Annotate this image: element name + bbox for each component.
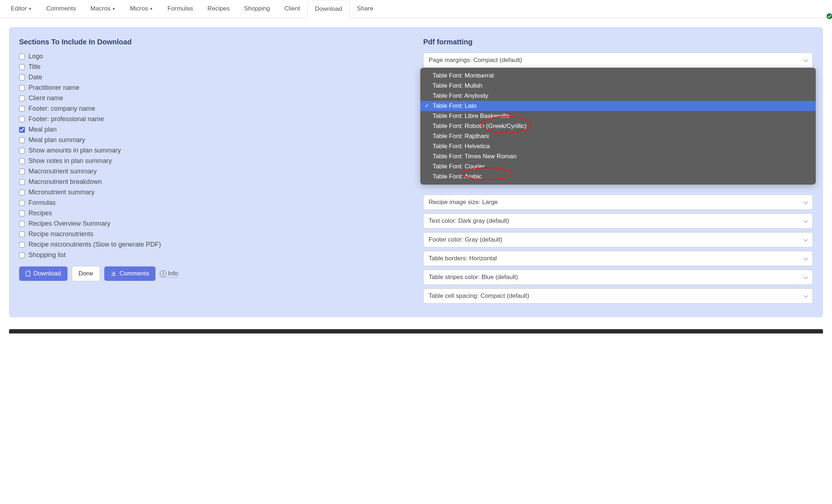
tab-micros[interactable]: Micros▼ <box>123 0 160 18</box>
checkbox-row: Footer: company name <box>19 105 409 112</box>
status-ok-icon <box>826 13 832 19</box>
tab-recipes[interactable]: Recipes <box>200 0 237 18</box>
info-link[interactable]: i Info <box>160 270 178 278</box>
select-text-color-value: Text color: Dark gray (default) <box>429 217 509 224</box>
checkbox-macronutrient-breakdown[interactable] <box>19 179 25 185</box>
select-table-cell-spacing-value: Table cell spacing: Compact (default) <box>429 292 529 299</box>
checkbox-recipe-macronutrients[interactable] <box>19 231 25 237</box>
checkbox-row: Recipe micronutrients (Slow to generate … <box>19 241 409 248</box>
checkbox-footer-company-name[interactable] <box>19 106 25 112</box>
chevron-down-icon: ▼ <box>149 7 153 11</box>
checkbox-label: Date <box>29 74 42 81</box>
file-pdf-icon <box>26 271 31 277</box>
checkbox-date[interactable] <box>19 75 25 80</box>
checkbox-row: Title <box>19 63 409 71</box>
svg-point-0 <box>827 13 832 19</box>
done-button[interactable]: Done <box>72 266 100 281</box>
checkbox-label: Footer: professional name <box>29 115 104 123</box>
checkbox-row: Meal plan summary <box>19 136 409 144</box>
dropdown-option[interactable]: Table Font: Helvetica <box>420 141 816 151</box>
checkbox-row: Recipes <box>19 209 409 217</box>
select-table-stripes[interactable]: Table stripes color: Blue (default) <box>423 270 813 285</box>
checkbox-row: Logo <box>19 53 409 60</box>
select-recipe-image-size[interactable]: Recipe image size: Large <box>423 195 813 210</box>
select-page-margins[interactable]: Page margings: Compact (default) <box>423 53 813 68</box>
tab-formulas[interactable]: Formulas <box>160 0 200 18</box>
checkbox-macronutrient-summary[interactable] <box>19 169 25 174</box>
select-text-color[interactable]: Text color: Dark gray (default) <box>423 213 813 229</box>
checkbox-client-name[interactable] <box>19 96 25 101</box>
checkbox-recipe-micronutrients-slow-to-generate-pdf-[interactable] <box>19 242 25 248</box>
checkbox-row: Recipe macronutrients <box>19 230 409 238</box>
dropdown-option[interactable]: Table Font: Roboto (Greek/Cyrillic) <box>420 121 816 131</box>
font-dropdown-menu: Table Font: MontserratTable Font: Mulish… <box>420 68 816 185</box>
tab-label: Formulas <box>167 5 193 12</box>
dropdown-option[interactable]: Table Font: Courier <box>420 162 816 172</box>
chevron-down-icon: ▼ <box>112 7 115 11</box>
checkbox-label: Macronutrient summary <box>29 168 97 175</box>
tab-share[interactable]: Share <box>350 0 380 18</box>
checkbox-meal-plan-summary[interactable] <box>19 137 25 143</box>
checkbox-label: Meal plan summary <box>29 136 85 144</box>
checkbox-shopping-list[interactable] <box>19 252 25 258</box>
dropdown-option[interactable]: Table Font: Libre Baskerville <box>420 111 816 121</box>
checkbox-logo[interactable] <box>19 54 25 59</box>
pdf-formatting-column: Pdf formatting Page margings: Compact (d… <box>423 38 813 307</box>
checkbox-row: Shopping list <box>19 251 409 259</box>
checkbox-meal-plan[interactable] <box>19 127 25 133</box>
tab-label: Comments <box>46 5 76 12</box>
tab-macros[interactable]: Macros▼ <box>83 0 123 18</box>
select-footer-color[interactable]: Footer color: Gray (default) <box>423 232 813 247</box>
select-table-cell-spacing[interactable]: Table cell spacing: Compact (default) <box>423 288 813 304</box>
checkbox-micronutrient-summary[interactable] <box>19 190 25 195</box>
info-icon: i <box>160 270 166 277</box>
checkbox-row: Show amounts in plan summary <box>19 147 409 154</box>
dropdown-option[interactable]: Table Font: Rajdhani <box>420 131 816 141</box>
tab-comments[interactable]: Comments <box>39 0 83 18</box>
checkbox-formulas[interactable] <box>19 200 25 206</box>
select-page-margins-value: Page margings: Compact (default) <box>429 57 522 63</box>
checkbox-recipes-overview-summary[interactable] <box>19 221 25 227</box>
tab-download[interactable]: Download <box>307 0 350 18</box>
checkbox-label: Recipes <box>29 209 52 217</box>
dropdown-option[interactable]: Table Font: Anybody <box>420 91 816 101</box>
checkbox-show-amounts-in-plan-summary[interactable] <box>19 148 25 154</box>
download-button-label: Download <box>34 270 61 277</box>
download-button[interactable]: Download <box>19 266 67 281</box>
checkbox-label: Meal plan <box>29 126 57 133</box>
checkbox-title[interactable] <box>19 64 25 70</box>
download-card: Sections To Include In Download LogoTitl… <box>9 27 823 317</box>
tab-label: Share <box>357 5 373 12</box>
dropdown-option[interactable]: Table Font: Arabic <box>420 172 816 182</box>
dropdown-option[interactable]: Table Font: Mulish <box>420 81 816 91</box>
checkbox-label: Recipe micronutrients (Slow to generate … <box>29 241 161 248</box>
tab-label: Macros <box>91 5 111 12</box>
checkbox-practitioner-name[interactable] <box>19 85 25 91</box>
comments-button[interactable]: Comments <box>104 266 156 281</box>
tab-client[interactable]: Client <box>277 0 307 18</box>
dropdown-option[interactable]: Table Font: Montserrat <box>420 71 816 81</box>
checkbox-show-notes-in-plan-summary[interactable] <box>19 158 25 164</box>
tab-bar: Editor▼CommentsMacros▼Micros▼FormulasRec… <box>0 0 832 18</box>
info-link-label: Info <box>168 270 178 277</box>
tab-editor[interactable]: Editor▼ <box>4 0 39 18</box>
select-table-borders[interactable]: Table borders: Horizontal <box>423 251 813 266</box>
dropdown-option[interactable]: Table Font: Lato <box>420 101 816 111</box>
comments-button-label: Comments <box>119 270 149 277</box>
checkbox-footer-professional-name[interactable] <box>19 116 25 122</box>
checkbox-label: Practitioner name <box>29 84 79 92</box>
tab-label: Recipes <box>207 5 229 12</box>
checkbox-label: Recipes Overview Summary <box>29 220 110 227</box>
tab-label: Client <box>284 5 300 12</box>
checkbox-row: Footer: professional name <box>19 115 409 123</box>
checkbox-recipes[interactable] <box>19 211 25 216</box>
tab-shopping[interactable]: Shopping <box>237 0 277 18</box>
tab-label: Download <box>315 5 342 12</box>
checkbox-row: Macronutrient summary <box>19 168 409 175</box>
dropdown-option[interactable]: Table Font: Times New Roman <box>420 151 816 162</box>
tab-label: Micros <box>130 5 148 12</box>
checkbox-label: Logo <box>29 53 43 60</box>
checkbox-label: Show amounts in plan summary <box>29 147 121 154</box>
sections-title: Sections To Include In Download <box>19 38 409 46</box>
checkbox-label: Title <box>29 63 40 71</box>
